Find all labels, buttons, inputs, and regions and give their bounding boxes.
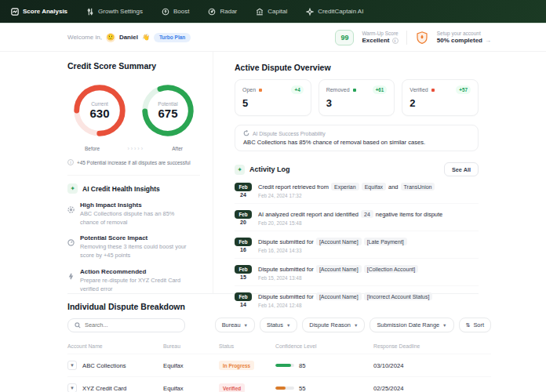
- table-row: ▼ ABC Collections Equifax In Progress 85…: [67, 354, 491, 377]
- dispute-cards: Open +4 5 Removed +61 3 Verified +57: [235, 79, 479, 116]
- month-label: Feb: [235, 183, 252, 191]
- activity-entry: Feb 15 Dispute submitted for [Account Na…: [235, 258, 479, 285]
- sort-label: Sort: [473, 321, 484, 328]
- setup-label: Setup your account: [437, 31, 491, 36]
- entry-timestamp: Feb 15, 2024 13:48: [258, 275, 418, 281]
- insight-desc: Removing these 3 items could boost your …: [80, 243, 190, 260]
- delta-badge: +57: [456, 85, 471, 94]
- setup-arrow[interactable]: →: [485, 37, 491, 44]
- removed-status-dot: [353, 89, 356, 92]
- month-label: Feb: [235, 265, 252, 274]
- card-value: 5: [242, 97, 304, 109]
- col-header-account: Account Name: [67, 340, 163, 354]
- potential-increase-note: +45 Potential increase if all disputes a…: [77, 160, 191, 165]
- sort-button[interactable]: ⇅ Sort: [459, 318, 491, 332]
- reason-tag: [Late Payment]: [364, 238, 407, 245]
- filter-label: Bureau: [222, 321, 241, 328]
- delta-badge: +61: [373, 85, 388, 94]
- activity-entry: Feb 16 Dispute submitted for [Account Na…: [235, 230, 479, 258]
- entry-text: Credit report retrieved from: [258, 183, 329, 191]
- info-icon[interactable]: i: [392, 38, 399, 44]
- growth-settings-icon: [86, 8, 94, 16]
- ai-probability-box: AI Dispute Success Probability ABC Colle…: [235, 125, 479, 151]
- verified-status-dot: [431, 89, 435, 92]
- boost-icon: [162, 8, 169, 16]
- confidence-value: 55: [299, 385, 306, 392]
- potential-score-value: 675: [158, 107, 177, 120]
- sparkle-icon: ✦: [67, 183, 78, 194]
- entry-timestamp: Feb 20, 2024 15:48: [258, 220, 442, 226]
- search-input[interactable]: [85, 321, 178, 328]
- sparkle-icon: ✦: [235, 165, 245, 175]
- entry-text: Dispute submitted for: [258, 266, 314, 273]
- col-header-deadline: Response Deadline: [373, 340, 491, 354]
- setup-value: 50% completed: [437, 37, 482, 44]
- warmup-label: Warm-Up Score: [362, 31, 398, 36]
- chevron-down-icon: ▼: [286, 323, 290, 328]
- filter-label: Submission Date Range: [377, 321, 439, 328]
- col-header-bureau: Bureau: [163, 340, 219, 354]
- search-box[interactable]: [67, 318, 185, 332]
- filter-label: Status: [267, 321, 283, 328]
- nav-label: Capital: [268, 8, 287, 15]
- day-label: 14: [235, 302, 252, 307]
- nav-label: CreditCaptain AI: [318, 8, 363, 15]
- before-label: Before: [85, 146, 100, 151]
- submission-date-filter[interactable]: Submission Date Range ▼: [369, 318, 453, 332]
- card-value: 2: [410, 97, 471, 109]
- insight-title: Action Recommended: [80, 268, 190, 275]
- nav-item-boost[interactable]: Boost: [162, 8, 189, 16]
- main-content: Credit Score Summary Current 630 Pot: [67, 52, 479, 294]
- entry-text: and: [388, 183, 399, 191]
- confidence-bar: [275, 387, 294, 390]
- welcome-prefix: Welcome in,: [67, 34, 102, 41]
- score-analysis-icon: [11, 8, 19, 16]
- insight-desc: Prepare re-dispute for XYZ Credit Card v…: [80, 277, 190, 293]
- user-avatar: 🙂: [106, 33, 115, 42]
- nav-item-growth-settings[interactable]: Growth Settings: [86, 8, 143, 16]
- day-label: 16: [235, 247, 252, 252]
- status-filter[interactable]: Status ▼: [260, 318, 297, 332]
- col-header-status: Status: [219, 340, 275, 354]
- insight-title: High Impact Insights: [80, 201, 190, 209]
- nav-label: Radar: [220, 8, 237, 15]
- month-label: Feb: [235, 238, 252, 246]
- score-gauges: Current 630 Potential 675: [67, 80, 200, 141]
- date-badge: Feb 16: [235, 238, 252, 253]
- expand-row-button[interactable]: ▼: [67, 361, 77, 370]
- activity-entry: Feb 20 AI analyzed credit report and ide…: [235, 203, 479, 230]
- nav-item-capital[interactable]: Capital: [256, 8, 287, 16]
- dispute-overview-section: Active Dispute Overview Open +4 5 Remove…: [213, 52, 479, 293]
- insight-item-score-impact: Potential Score Impact Removing these 3 …: [67, 234, 200, 260]
- card-value: 3: [326, 97, 388, 109]
- ai-insights-title: AI Credit Health Insights: [82, 185, 160, 193]
- nav-item-score-analysis[interactable]: Score Analysis: [11, 8, 67, 16]
- bureau-filter[interactable]: Bureau ▼: [215, 318, 255, 332]
- nav-item-creditcaptain-ai[interactable]: CreditCaptain AI: [306, 8, 363, 16]
- deadline-cell: 02/25/2024: [373, 377, 491, 392]
- chevron-separator: ›››››: [127, 146, 144, 151]
- entry-timestamp: Feb 16, 2024 14:33: [258, 248, 407, 253]
- entry-text: Dispute submitted for: [258, 238, 314, 245]
- potential-label: Potential: [158, 101, 177, 107]
- expand-row-button[interactable]: ▼: [67, 383, 77, 392]
- dispute-reason-filter[interactable]: Dispute Reason ▼: [302, 318, 365, 332]
- target-icon: [67, 202, 75, 209]
- current-score-value: 630: [89, 107, 109, 120]
- nav-label: Score Analysis: [23, 8, 67, 15]
- credit-score-summary-section: Credit Score Summary Current 630 Pot: [67, 52, 213, 293]
- day-label: 20: [235, 220, 252, 225]
- see-all-button[interactable]: See All: [444, 162, 479, 176]
- nav-item-radar[interactable]: Radar: [208, 8, 237, 16]
- entry-timestamp: Feb 14, 2024 12:48: [258, 303, 432, 308]
- account-name: ABC Collections: [82, 362, 126, 369]
- card-label: Open: [242, 87, 256, 93]
- card-label: Verified: [410, 87, 428, 93]
- bureau-tag: Equifax: [362, 183, 386, 191]
- sort-icon: ⇅: [466, 322, 471, 328]
- activity-entry: Feb 24 Credit report retrieved from Expe…: [235, 176, 479, 203]
- month-label: Feb: [235, 292, 252, 301]
- insight-item-action: Action Recommended Prepare re-dispute fo…: [67, 268, 200, 293]
- date-badge: Feb 24: [235, 183, 252, 198]
- table-row: ▼ XYZ Credit Card Equifax Verified 55 02…: [67, 377, 491, 392]
